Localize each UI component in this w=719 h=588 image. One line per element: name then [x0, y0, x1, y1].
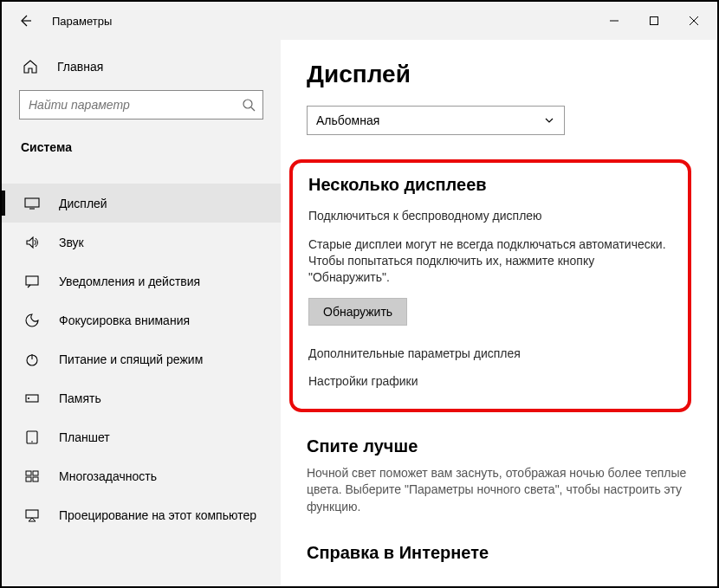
sidebar-item-multitask[interactable]: Многозадачность [2, 456, 281, 495]
sidebar-item-sound[interactable]: Звук [2, 223, 281, 262]
orientation-dropdown[interactable]: Альбомная [307, 106, 565, 135]
help-heading: Справка в Интернете [307, 543, 691, 563]
svg-rect-11 [26, 477, 31, 481]
sleep-better-heading: Спите лучше [307, 436, 691, 456]
svg-rect-12 [33, 477, 38, 481]
home-icon [23, 59, 42, 74]
sidebar-item-label: Уведомления и действия [59, 275, 200, 288]
svg-rect-10 [33, 471, 38, 475]
maximize-button[interactable] [634, 7, 674, 35]
chevron-down-icon [543, 114, 555, 126]
sidebar-item-power[interactable]: Питание и спящий режим [2, 339, 281, 378]
sound-icon [23, 235, 42, 250]
svg-rect-3 [26, 276, 38, 285]
sidebar: Главная Система Дисплей Звук [2, 40, 281, 586]
window-title: Параметры [52, 15, 112, 28]
svg-rect-13 [26, 510, 38, 518]
advanced-display-link[interactable]: Дополнительные параметры дисплея [308, 346, 672, 360]
svg-point-1 [243, 100, 252, 108]
projecting-icon [23, 507, 42, 523]
back-arrow-icon [17, 13, 33, 29]
svg-rect-2 [25, 198, 39, 207]
svg-rect-9 [26, 471, 31, 475]
sidebar-item-label: Фокусировка внимания [59, 313, 190, 327]
minimize-button[interactable] [594, 7, 634, 35]
sidebar-item-label: Многозадачность [59, 469, 157, 483]
sidebar-item-projecting[interactable]: Проецирование на этот компьютер [2, 495, 281, 534]
svg-rect-0 [651, 17, 658, 25]
sidebar-item-label: Питание и спящий режим [59, 352, 203, 366]
sidebar-item-storage[interactable]: Память [2, 378, 281, 417]
connect-wireless-link[interactable]: Подключиться к беспроводному дисплею [308, 209, 672, 223]
sidebar-item-label: Звук [59, 236, 84, 249]
notifications-icon [23, 274, 42, 289]
page-title: Дисплей [307, 61, 691, 88]
sidebar-item-notifications[interactable]: Уведомления и действия [2, 262, 281, 300]
sidebar-item-display[interactable]: Дисплей [2, 184, 281, 223]
sidebar-item-label: Память [59, 391, 101, 405]
graphics-settings-link[interactable]: Настройки графики [308, 374, 672, 388]
close-button[interactable] [674, 7, 714, 35]
power-icon [23, 352, 42, 367]
detect-description: Старые дисплеи могут не всегда подключат… [308, 236, 672, 286]
search-input[interactable] [29, 98, 242, 112]
sidebar-item-tablet[interactable]: Планшет [2, 417, 281, 456]
sidebar-home[interactable]: Главная [2, 52, 281, 81]
storage-icon [23, 391, 42, 406]
sleep-better-description: Ночной свет поможет вам заснуть, отображ… [307, 465, 691, 516]
focus-icon [23, 313, 42, 328]
multitask-icon [23, 468, 42, 484]
search-box[interactable] [19, 90, 263, 120]
sidebar-item-label: Планшет [59, 430, 110, 444]
dropdown-value: Альбомная [316, 113, 379, 127]
multiple-displays-section: Несколько дисплеев Подключиться к беспро… [289, 159, 691, 412]
sidebar-home-label: Главная [57, 60, 103, 74]
sidebar-item-focus[interactable]: Фокусировка внимания [2, 300, 281, 339]
section-heading: Несколько дисплеев [308, 175, 672, 195]
back-button[interactable] [12, 8, 38, 34]
sidebar-category: Система [2, 125, 281, 163]
sidebar-item-label: Дисплей [59, 197, 107, 210]
search-icon [242, 98, 256, 112]
display-icon [23, 196, 42, 211]
content-area: Дисплей Альбомная Несколько дисплеев Под… [281, 40, 717, 586]
titlebar: Параметры [2, 2, 717, 40]
tablet-icon [23, 430, 42, 445]
svg-point-8 [31, 441, 33, 443]
detect-button[interactable]: Обнаружить [308, 298, 407, 326]
svg-point-6 [28, 397, 29, 399]
sidebar-item-label: Проецирование на этот компьютер [59, 508, 256, 522]
